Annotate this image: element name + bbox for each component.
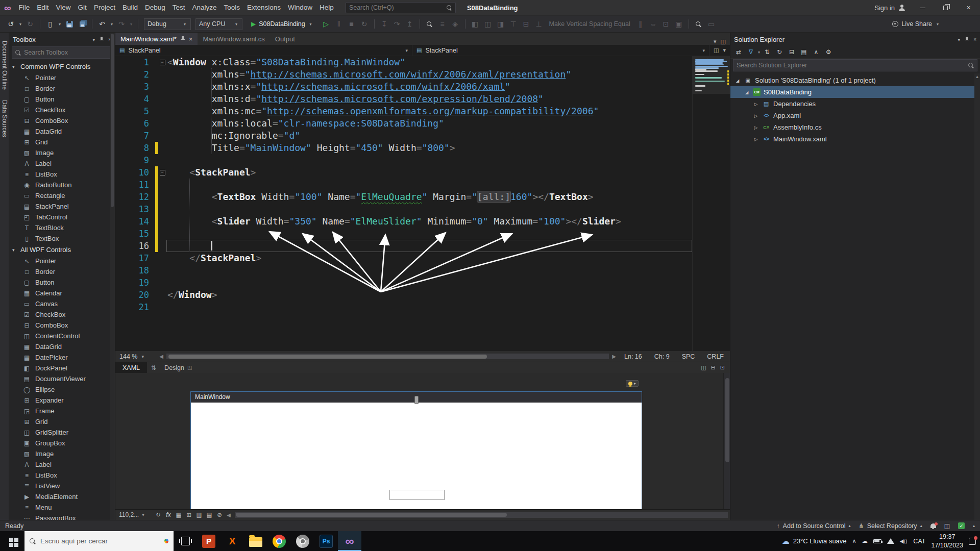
start-without-debugging-icon[interactable]: ▷ [321, 18, 332, 30]
toolbox-search-input[interactable] [24, 49, 109, 56]
step-out-icon[interactable]: ↥ [404, 18, 415, 30]
toolbox-scrollbar[interactable] [110, 33, 115, 520]
align-bottoms-icon[interactable]: ⊥ [533, 18, 545, 30]
menu-file[interactable]: File [15, 0, 34, 15]
toolbox-item-image[interactable]: ▧Image [9, 147, 115, 158]
toolbox-item-combobox[interactable]: ⊟ComboBox [9, 320, 115, 331]
toolbox-item-grid[interactable]: ⊞Grid [9, 416, 115, 427]
zoom-tool-icon[interactable] [693, 18, 704, 30]
chevron-down-icon[interactable]: ▾ [703, 48, 705, 53]
hidden-icons-chevron[interactable]: ∧ [852, 538, 856, 544]
code-line-6[interactable]: 6 xmlns:local="clr-namespace:S08DataBind… [115, 117, 692, 130]
mainwindow-xaml-node[interactable]: ▷<>MainWindow.xaml [730, 133, 980, 145]
make-same-size-icon[interactable]: ⊡ [660, 18, 672, 30]
horizontal-split-icon[interactable]: ⊟ [711, 364, 716, 371]
tab-mainwindow-xaml-cs[interactable]: MainWindow.xaml.cs [198, 33, 270, 45]
toolbox-item-datepicker[interactable]: ▦DatePicker [9, 352, 115, 363]
chevron-down-icon[interactable]: ▾ [129, 22, 134, 27]
toolbox-item-textblock[interactable]: TTextBlock [9, 222, 115, 233]
toolbox-item-listbox[interactable]: ≡ListBox [9, 169, 115, 180]
menu-analyze[interactable]: Analyze [189, 0, 220, 15]
taskbar-app-chrome-secondary[interactable] [291, 531, 314, 551]
pending-changes-filter-icon[interactable]: ∇ [746, 47, 756, 57]
code-line-20[interactable]: 20</Window> [115, 289, 692, 301]
toolbox-item-frame[interactable]: ◲Frame [9, 406, 115, 416]
toolbox-item-border[interactable]: □Border [9, 266, 115, 277]
design-vertical-scrollbar[interactable] [723, 373, 730, 509]
breadcrumb-segment-child[interactable]: ▤ StackPanel ▾ [412, 45, 709, 56]
lock-element-icon[interactable]: ▣ [673, 18, 684, 30]
pin-icon[interactable] [99, 37, 104, 42]
platform-select[interactable]: Any CPU▾ [195, 18, 242, 30]
pin-icon[interactable] [964, 37, 969, 42]
find-in-files-icon[interactable] [424, 18, 435, 30]
xaml-editor[interactable]: 1−<Window x:Class="S08DataBinding.MainWi… [115, 56, 730, 351]
toolbox-item-button[interactable]: ▢Button [9, 277, 115, 288]
toolbox-item-listview[interactable]: ≣ListView [9, 481, 115, 491]
live-share-button[interactable]: Live Share ▾ [892, 20, 940, 28]
select-repository-button[interactable]: ⋔ Select Repository ▴ [859, 522, 922, 530]
vertical-split-icon[interactable]: ◫ [701, 364, 706, 371]
expand-pane-icon[interactable]: ⊡ [720, 364, 725, 371]
code-line-18[interactable]: 18 [115, 264, 692, 277]
toolbox-item-button[interactable]: ▢Button [9, 94, 115, 105]
quick-launch-search[interactable] [346, 2, 456, 13]
fold-collapse-icon[interactable]: − [160, 170, 165, 176]
configuration-select[interactable]: Debug▾ [144, 18, 191, 30]
toolbox-item-datagrid[interactable]: ▦DataGrid [9, 126, 115, 137]
code-line-4[interactable]: 4 xmlns:d="http://schemas.microsoft.com/… [115, 93, 692, 105]
solution-explorer-search[interactable] [733, 59, 977, 71]
battery-icon[interactable] [873, 539, 881, 543]
chevron-down-icon[interactable]: ▾ [109, 22, 114, 27]
notifications-bell-icon[interactable] [930, 523, 936, 528]
fold-collapse-icon[interactable]: − [160, 60, 165, 65]
scrollbar-thumb[interactable] [111, 34, 114, 207]
align-centers-icon[interactable]: ◫ [482, 18, 494, 30]
nav-backward-icon[interactable]: ↺ [5, 18, 16, 30]
show-all-files-icon[interactable]: ▤ [799, 47, 809, 57]
close-button[interactable]: × [957, 0, 980, 16]
fold-margin[interactable]: − [158, 56, 166, 68]
design-slider-thumb[interactable] [414, 396, 419, 404]
code-line-11[interactable]: 11 [115, 179, 692, 191]
expander-icon[interactable]: ◢ [734, 78, 741, 83]
scrollbar-thumb[interactable] [236, 513, 507, 517]
nav-forward-icon[interactable]: ↻ [24, 18, 36, 30]
toolbox-item-canvas[interactable]: ▭Canvas [9, 298, 115, 309]
quick-launch-input[interactable] [349, 4, 447, 11]
toolbox-group-all-wpf-controls[interactable]: ▾All WPF Controls [9, 244, 115, 256]
scroll-left-arrow[interactable]: ◀ [225, 512, 233, 518]
menu-edit[interactable]: Edit [33, 0, 52, 15]
weather-widget[interactable]: ☁ 23°C Lluvia suave [782, 537, 847, 546]
new-file-icon[interactable]: ▯ [44, 18, 56, 30]
edge-tab-data-sources[interactable]: Data Sources [0, 95, 9, 142]
step-over-icon[interactable]: ↷ [391, 18, 403, 30]
editor-zoom-select[interactable]: 144 % ▾ [115, 353, 157, 360]
code-line-14[interactable]: 14 <Slider Width="350" Name="ElMeuSlider… [115, 215, 692, 228]
toolbox-item-dockpanel[interactable]: ◧DockPanel [9, 363, 115, 373]
taskbar-search[interactable] [24, 531, 174, 551]
editor-options-chevron-icon[interactable]: ▾ [723, 47, 726, 54]
taskbar-app-x[interactable] [220, 531, 244, 551]
onedrive-icon[interactable]: ☁ [862, 538, 868, 544]
project-node[interactable]: ◢C#S08DataBinding [730, 86, 980, 98]
align-middles-icon[interactable]: ⊟ [521, 18, 532, 30]
code-line-9[interactable]: 9 [115, 154, 692, 166]
toolbox-item-image[interactable]: ▧Image [9, 448, 115, 459]
chevron-down-icon[interactable]: ▾ [406, 48, 408, 53]
toolbox-item-border[interactable]: □Border [9, 83, 115, 94]
sync-with-active-document-icon[interactable]: ⇅ [762, 47, 772, 57]
design-zoom-select[interactable]: 110,2... ▾ [115, 511, 153, 518]
app-xaml-node[interactable]: ▷<>App.xaml [730, 110, 980, 121]
tab-output[interactable]: Output [270, 33, 300, 45]
menu-project[interactable]: Project [90, 0, 119, 15]
sign-in-button[interactable]: Sign in [868, 4, 911, 12]
code-line-19[interactable]: 19 [115, 277, 692, 289]
make-same-width-icon[interactable]: ⇔ [648, 18, 659, 30]
scrollbar-thumb[interactable] [168, 355, 487, 359]
designer-view-splitter[interactable]: XAML ⇅ Design ◳ ◫⊟⊡ [115, 362, 730, 373]
toolbox-item-tabcontrol[interactable]: ◰TabControl [9, 212, 115, 222]
menu-view[interactable]: View [53, 0, 75, 15]
quick-actions-lightbulb[interactable]: ▸ [626, 380, 639, 387]
toolbox-item-pointer[interactable]: ↖Pointer [9, 72, 115, 83]
